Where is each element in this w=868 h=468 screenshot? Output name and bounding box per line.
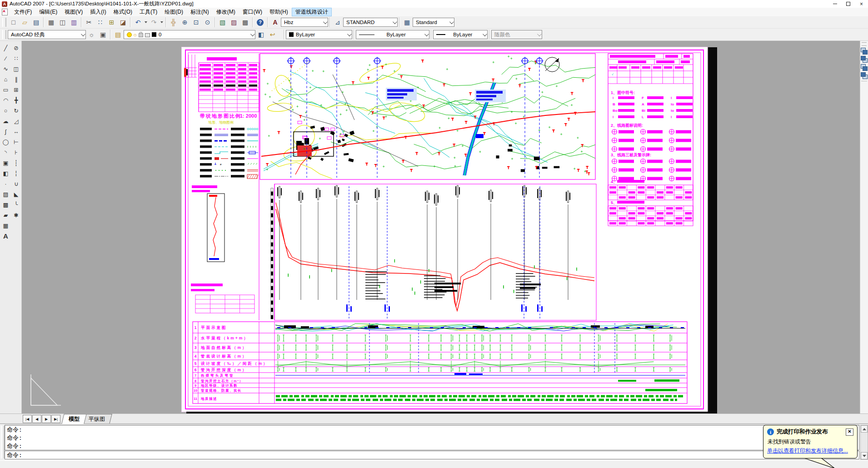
mirror-icon[interactable]: ◫ [11,64,21,74]
send-under-objects-icon[interactable] [861,72,868,79]
menu-item-10[interactable]: 窗口(W) [239,8,266,16]
extend-icon[interactable]: ⊦ [11,147,21,158]
command-input[interactable]: 命令: [5,451,859,459]
layer-properties-icon[interactable]: ▤ [112,29,124,40]
match-properties-icon[interactable]: ◪ [117,17,129,28]
new-icon[interactable]: □ [8,17,19,28]
bring-above-objects-icon[interactable] [861,64,868,71]
open-icon[interactable]: ▱ [19,17,30,28]
drawing-file-icon[interactable] [2,9,8,15]
copy-object-icon[interactable]: ∷ [11,53,21,64]
revision-cloud-icon[interactable]: ☁ [0,116,11,126]
markup-set-manager-icon[interactable]: ▨ [228,17,239,28]
fillet-icon[interactable]: ╰ [11,199,21,210]
redo-icon[interactable]: ↷ [148,17,160,28]
insert-block-icon[interactable]: ▣ [0,158,11,168]
linetype-combo[interactable]: ByLayer [356,30,429,39]
dim-style-combo[interactable]: STANDARD [343,18,398,27]
polyline-icon[interactable]: ∿ [0,64,11,74]
trim-icon[interactable]: ⊢ [11,137,21,147]
spline-icon[interactable]: ∫ [0,126,11,137]
workspace-combo[interactable]: AutoCAD 经典 [8,30,86,39]
toolbar-grip[interactable] [862,42,867,46]
drawing-area[interactable]: ╱∕∿⌂▭◠○☁∫◯◝▣◧∙▨▩▰▦A ⊘∷◫∥⊞╋↻◿↔⊢⊦┆╎∪◣╰✱ 带状… [0,41,868,413]
chamfer-icon[interactable]: ◣ [11,189,21,199]
undo-icon[interactable]: ↶ [132,17,144,28]
table-style-combo[interactable]: Standard [413,18,454,27]
menu-item-9[interactable]: 修改(M) [213,8,239,16]
paste-icon[interactable]: ⊞ [106,17,117,28]
menu-item-8[interactable]: 标注(N) [187,8,213,16]
bring-to-front-icon[interactable] [861,48,868,55]
menu-item-1[interactable]: 文件(F) [10,8,35,16]
color-combo[interactable]: ByLayer [286,30,352,39]
break-icon[interactable]: ╎ [11,168,21,179]
menu-item-12[interactable]: 管道线路设计 [292,8,332,16]
table-style-icon[interactable]: ▦ [401,17,413,28]
send-to-back-icon[interactable] [861,56,868,63]
menu-item-11[interactable]: 帮助(H) [266,8,292,16]
rectangle-icon[interactable]: ▭ [0,85,11,95]
ellipse-arc-icon[interactable]: ◝ [0,147,11,158]
scale-icon[interactable]: ◿ [11,116,21,126]
workspace-save-icon[interactable]: ▣ [97,29,109,40]
command-window-grip[interactable] [1,426,5,458]
offset-icon[interactable]: ∥ [11,74,21,85]
lineweight-combo[interactable]: ByLayer [433,30,488,39]
scroll-down-button[interactable] [861,452,868,459]
tab-first-button[interactable]: |◀ [23,415,32,423]
save-icon[interactable]: ▤ [30,17,42,28]
make-block-icon[interactable]: ◧ [0,168,11,179]
zoom-realtime-icon[interactable]: ⊕ [179,17,190,28]
gradient-icon[interactable]: ▩ [0,199,11,210]
erase-icon[interactable]: ⊘ [11,43,21,53]
minimize-button[interactable] [828,0,842,8]
ellipse-icon[interactable]: ◯ [0,137,11,147]
line-icon[interactable]: ╱ [0,43,11,53]
menu-item-3[interactable]: 视图(V) [61,8,86,16]
rotate-icon[interactable]: ↻ [11,105,21,116]
menu-item-4[interactable]: 插入(I) [86,8,110,16]
zoom-previous-icon[interactable]: ⊙ [202,17,213,28]
join-icon[interactable]: ∪ [11,179,21,189]
notification-link[interactable]: 单击以查看打印和发布详细信息... [767,447,853,455]
toolbar-grip[interactable] [2,18,6,27]
hatch-icon[interactable]: ▨ [0,189,11,199]
layer-previous-icon[interactable]: ↩ [267,29,278,40]
notification-close-icon[interactable]: ✕ [846,428,853,436]
circle-icon[interactable]: ○ [0,105,11,116]
arc-icon[interactable]: ◠ [0,95,11,105]
tab-prev-button[interactable]: ◀ [32,415,41,423]
text-style-icon[interactable]: A [269,17,281,28]
make-layer-current-icon[interactable]: ◧ [255,29,267,40]
text-style-combo[interactable]: Hbz [281,18,328,27]
region-icon[interactable]: ▰ [0,210,11,220]
cut-icon[interactable]: ✂ [83,17,95,28]
command-scrollbar[interactable] [860,425,868,460]
help-icon[interactable]: ? [254,17,266,28]
sheet-set-manager-icon[interactable]: ▧ [217,17,228,28]
toolbar-grip[interactable] [2,30,6,39]
menu-item-6[interactable]: 工具(T) [136,8,161,16]
pan-icon[interactable]: ╬ [168,17,179,28]
plot-icon[interactable]: ▦ [45,17,57,28]
stretch-icon[interactable]: ↔ [11,126,21,137]
array-icon[interactable]: ⊞ [11,85,21,95]
menu-item-2[interactable]: 编辑(E) [35,8,61,16]
construction-line-icon[interactable]: ∕ [0,53,11,64]
drawing-sheet-paper[interactable]: 带状地形图比例 1: 2000 地形、地物图例 # 1、图中符号: 2、线路图标… [182,47,707,412]
tab-next-button[interactable]: ▶ [42,415,51,423]
workspace-settings-icon[interactable]: ☼ [86,29,97,40]
break-at-point-icon[interactable]: ┆ [11,158,21,168]
quickcalc-icon[interactable]: ▩ [239,17,251,28]
tab-model[interactable]: 模型 [61,414,86,424]
copy-icon[interactable]: ∷ [95,17,106,28]
restore-button[interactable] [842,0,855,8]
redo-flyout-icon[interactable] [160,17,164,28]
point-icon[interactable]: ∙ [0,179,11,189]
dim-style-icon[interactable]: ⊿ [332,17,343,28]
polygon-icon[interactable]: ⌂ [0,74,11,85]
close-button[interactable]: × [855,0,868,8]
zoom-window-icon[interactable]: ⊡ [190,17,202,28]
plot-preview-icon[interactable]: ◫ [57,17,68,28]
